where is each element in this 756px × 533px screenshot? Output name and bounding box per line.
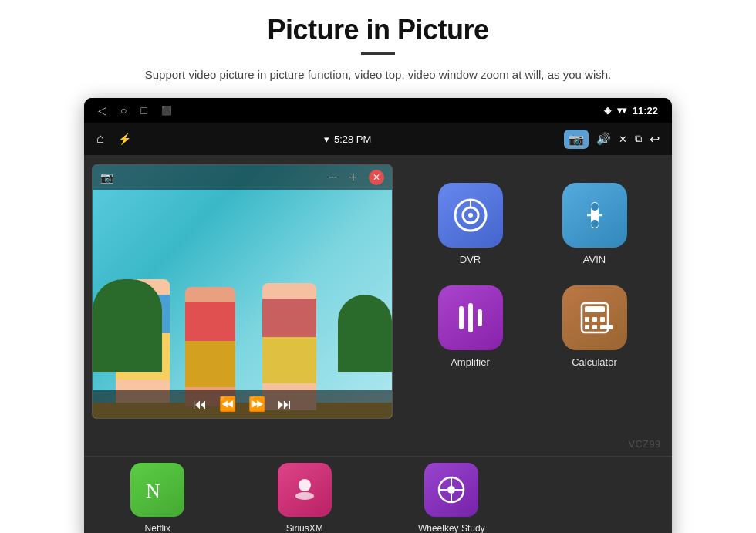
svg-rect-15	[600, 317, 605, 322]
pip-center-controls: − + ✕	[328, 167, 384, 187]
recents-nav-icon[interactable]: □	[140, 104, 147, 116]
svg-rect-12	[585, 306, 605, 312]
title-divider	[361, 52, 395, 55]
tree-left	[93, 279, 162, 372]
back-icon[interactable]: ↩	[650, 132, 660, 147]
app-item-wheelkey[interactable]: Wheelkey Study	[401, 463, 501, 533]
main-content: 📷 − + ✕ ⏮ ⏪ ⏩ ⏭	[84, 155, 672, 456]
netflix-icon: N	[142, 474, 173, 505]
nav-bar-center: ▾ 5:28 PM	[324, 133, 371, 145]
nav-bar: ⌂ ⚡ ▾ 5:28 PM 📷 🔊 ✕ ⧉ ↩	[84, 123, 672, 155]
volume-icon[interactable]: 🔊	[596, 132, 611, 146]
svg-rect-13	[585, 317, 589, 322]
svg-rect-17	[592, 325, 597, 329]
pip-prev-button[interactable]: ⏪	[219, 396, 236, 413]
svg-rect-8	[459, 306, 464, 329]
pip-close-icon: ✕	[373, 172, 380, 184]
dvr-app-icon	[438, 183, 503, 248]
app-bottom-row: N Netflix SiriusXM	[84, 456, 672, 533]
nav-time: 5:28 PM	[334, 133, 371, 145]
amplifier-app-label: Amplifier	[451, 356, 490, 368]
wheelkey-app-icon	[424, 463, 478, 517]
wifi-icon: ▾▾	[617, 105, 626, 116]
svg-point-6	[591, 220, 599, 228]
back-nav-icon[interactable]: ◁	[98, 104, 106, 116]
nav-bar-left: ⌂ ⚡	[96, 131, 131, 147]
nav-bar-right: 📷 🔊 ✕ ⧉ ↩	[564, 130, 660, 149]
status-time: 11:22	[633, 105, 658, 116]
netflix-app-icon: N	[130, 463, 184, 517]
app-item-calculator[interactable]: Calculator	[532, 273, 656, 376]
svg-point-21	[299, 479, 311, 491]
avin-icon	[575, 196, 614, 234]
dvr-icon	[451, 196, 490, 234]
pip-video[interactable]: 📷 − + ✕ ⏮ ⏪ ⏩ ⏭	[92, 164, 393, 419]
menu-nav-icon[interactable]: ⬛	[161, 106, 172, 116]
wheelkey-app-label: Wheelkey Study	[418, 523, 485, 533]
svg-point-2	[468, 213, 473, 218]
calculator-icon	[575, 299, 614, 337]
usb-icon[interactable]: ⚡	[118, 133, 131, 145]
pip-rewind-button[interactable]: ⏮	[193, 396, 207, 413]
status-bar-right: ◈ ▾▾ 11:22	[604, 105, 658, 116]
home-nav-icon[interactable]: ○	[120, 104, 127, 116]
camera-button[interactable]: 📷	[564, 130, 589, 149]
status-bar: ◁ ○ □ ⬛ ◈ ▾▾ 11:22	[84, 98, 672, 123]
app-item-siriusxm[interactable]: SiriusXM	[255, 463, 355, 533]
wifi-signal-icon: ▾	[324, 133, 329, 145]
siriusxm-app-icon	[278, 463, 332, 517]
pip-media-controls: ⏮ ⏪ ⏩ ⏭	[93, 390, 392, 418]
svg-rect-14	[592, 317, 597, 322]
app-item-netflix[interactable]: N Netflix	[107, 463, 208, 533]
siriusxm-app-label: SiriusXM	[286, 523, 323, 533]
svg-point-22	[295, 492, 314, 500]
pip-next-button[interactable]: ⏩	[248, 396, 265, 413]
pip-fast-forward-button[interactable]: ⏭	[278, 396, 292, 413]
svg-rect-18	[600, 325, 613, 329]
close-icon[interactable]: ✕	[619, 133, 627, 145]
page-subtitle: Support video picture in picture functio…	[145, 66, 611, 84]
location-icon: ◈	[604, 105, 611, 116]
amplifier-icon	[451, 299, 490, 337]
pip-video-inner: 📷 − + ✕ ⏮ ⏪ ⏩ ⏭	[93, 165, 392, 418]
pip-minus-button[interactable]: −	[328, 167, 337, 187]
app-item-avin[interactable]: AVIN	[532, 170, 656, 273]
page-container: Picture in Picture Support video picture…	[0, 0, 756, 533]
siriusxm-icon	[289, 474, 320, 505]
pip-close-button[interactable]: ✕	[369, 170, 384, 185]
avin-app-icon	[562, 183, 627, 248]
calculator-app-label: Calculator	[572, 356, 617, 368]
home-icon[interactable]: ⌂	[96, 131, 104, 147]
device-frame: ◁ ○ □ ⬛ ◈ ▾▾ 11:22 ⌂ ⚡ ▾ 5:28 PM 📷	[84, 98, 672, 533]
video-person2	[185, 287, 235, 406]
pip-plus-button[interactable]: +	[349, 167, 358, 187]
app-item-dvr[interactable]: DVR	[408, 170, 532, 273]
svg-point-5	[591, 203, 599, 211]
status-bar-left: ◁ ○ □ ⬛	[98, 104, 172, 116]
svg-text:N: N	[146, 480, 160, 502]
avin-app-label: AVIN	[583, 254, 606, 265]
app-item-amplifier[interactable]: Amplifier	[408, 273, 532, 376]
netflix-app-label: Netflix	[145, 523, 170, 533]
calculator-app-icon	[562, 285, 627, 350]
svg-rect-10	[478, 309, 482, 326]
window-icon[interactable]: ⧉	[635, 133, 642, 145]
watermark: VCZ99	[629, 439, 661, 450]
page-title: Picture in Picture	[267, 14, 488, 46]
dvr-app-label: DVR	[460, 254, 481, 265]
svg-rect-16	[585, 325, 589, 329]
amplifier-app-icon	[438, 285, 503, 350]
pip-camera-icon: 📷	[100, 171, 113, 184]
tree-right	[338, 295, 392, 372]
pip-controls: 📷 − + ✕	[93, 165, 392, 190]
svg-point-24	[447, 486, 455, 494]
wheelkey-icon	[436, 474, 467, 505]
svg-rect-9	[468, 303, 473, 332]
